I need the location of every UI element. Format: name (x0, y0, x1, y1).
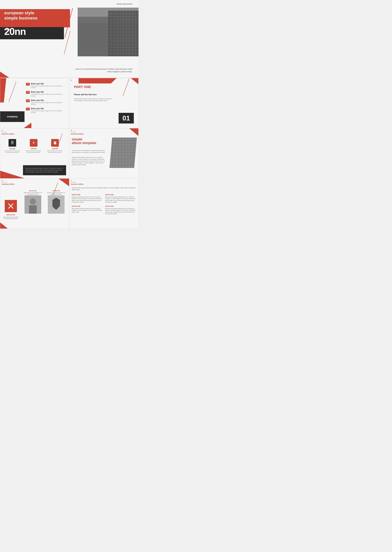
slide7-item4-desc: flying impression graphic design thank y… (105, 208, 136, 215)
slide2-item-3: 03 Enter your title Flying Impression gr… (26, 99, 67, 105)
slide3-big-num: 01 (123, 114, 130, 122)
slide4-icon-item-1: 🗄 add title please add your text descrip… (5, 139, 20, 153)
slide2-item1-title: Enter your title (31, 83, 67, 85)
slide2-red-left (0, 78, 6, 102)
slide3-big-number-box: 01 (119, 113, 134, 123)
slide7-item2-desc: flying impression graphic design thank y… (105, 196, 136, 203)
slide4-dark-text: flying impression graphic design thank y… (25, 167, 64, 173)
slide-2: 2 company 01 Enter your title Flying imp… (0, 78, 69, 128)
slide7-item2-title: add the title (105, 194, 136, 196)
slide6-item2-title: add the title (47, 190, 65, 191)
slide2-item3-content: Enter your title Flying Impression graph… (31, 99, 67, 105)
slide4-icon-box-1: 🗄 (8, 139, 16, 147)
slide2-item-4: 04 Enter your title Flying impression gr… (26, 107, 67, 113)
slide2-item2-content: Enter your title Flying impression graph… (31, 91, 67, 97)
slide2-items-list: 01 Enter your title Flying impression gr… (26, 83, 67, 116)
slide4-icon-title-3: add title (52, 148, 58, 149)
slide2-item2-num: 02 (26, 91, 30, 94)
slide2-item2-title: Enter your title (31, 91, 67, 93)
slide2-item1-desc: Flying impression graphic design thank y… (31, 85, 67, 88)
slide3-subtitle: Please add the title here (74, 93, 97, 96)
slide4-atmosphere: atmosphere (2, 131, 7, 133)
slide2-item4-content: Enter your title Flying impression graph… (31, 107, 67, 113)
slide7-atmosphere: atmosphere (71, 182, 77, 183)
slide7-item-3: add the title flying impression graphic … (72, 205, 103, 215)
slide4-business-label: business affairs (2, 133, 14, 135)
slide4-icon-desc-2: please add your text description to the … (26, 150, 41, 153)
svg-point-52 (30, 198, 36, 205)
slide6-corner-top-right (58, 179, 69, 186)
slide6-main-item-title: add the title (3, 214, 18, 216)
slide5-number: 5 (71, 130, 72, 131)
slide4-dark-text-box: flying impression graphic design thank y… (23, 165, 66, 175)
slide6-atmosphere: atmosphere (2, 182, 7, 183)
slide3-red-top (78, 78, 117, 84)
slide3-description: Flying impression graphic design thank y… (74, 98, 113, 102)
slide5-building-image (109, 137, 137, 168)
slide7-item1-title: add the title (72, 194, 103, 196)
slide5-main-title: simple album template (72, 137, 96, 145)
slide6-image-2 (48, 195, 64, 214)
slide6-image-1 (25, 195, 41, 214)
slide6-business-label: business affairs (2, 183, 14, 185)
slide2-item3-title: Enter your title (31, 99, 67, 101)
slides-row-4: 6 atmosphere business affairs add the ti… (0, 178, 139, 229)
slide-4: 4 atmosphere business affairs 🗄 add titl… (0, 128, 69, 178)
slide5-corner-decoration (129, 128, 138, 136)
slides-row-3: 4 atmosphere business affairs 🗄 add titl… (0, 128, 139, 178)
slide6-corner-bottom-left (0, 222, 8, 229)
slide7-business-label: business affairs (71, 183, 84, 185)
slide-5: 5 atmosphere business affairs simple alb… (69, 128, 139, 178)
slide4-icon-desc-1: please add your text description to the … (5, 150, 20, 153)
slide2-corner-decoration (24, 123, 31, 128)
slide7-intro-text: flying impression graphic design thank y… (72, 187, 136, 191)
slide1-image-bg (78, 8, 139, 56)
slide2-item4-desc: Flying impression graphic design thank y… (31, 110, 67, 113)
slide-6: 6 atmosphere business affairs add the ti… (0, 178, 69, 229)
slide7-item4-title: add the title (105, 205, 136, 207)
slide4-number: 4 (2, 130, 3, 131)
slides-row-2: 2 company 01 Enter your title Flying imp… (0, 78, 139, 128)
slide7-number: 7 (71, 180, 72, 182)
slide7-item3-desc: flying impression graphic design thank y… (72, 208, 103, 213)
slide7-item-4: add the title flying impression graphic … (105, 205, 136, 215)
slide3-part-label: PART ONE (74, 85, 91, 89)
slide2-item-1: 01 Enter your title Flying impression gr… (26, 83, 67, 88)
slide5-atmosphere: atmosphere (71, 131, 77, 133)
slide4-icons-row: 🗄 add title please add your text descrip… (5, 139, 63, 153)
slide4-icon-desc-3: please add your text description to the … (47, 150, 63, 153)
slide2-item3-num: 03 (26, 99, 30, 102)
slide6-main-item-desc: please add your text description to the … (3, 216, 18, 219)
slide4-icon-item-2: ✈ add title please add your text descrip… (26, 139, 41, 153)
slide-1: flying impressiona european style simple… (0, 0, 139, 78)
slide4-icon-box-3: 📋 (51, 139, 59, 147)
slide1-diagonal-2 (64, 31, 70, 54)
slide7-item1-desc: flying impression graphic design thank y… (72, 196, 103, 203)
slide7-item-1: add the title flying impression graphic … (72, 194, 103, 203)
slide6-item1-desc: please add your text description to the … (24, 192, 42, 195)
slide6-main-icon (5, 200, 17, 212)
slide-3: 3 PART ONE Please add the title here Fly… (69, 78, 139, 128)
slide4-red-corner (0, 171, 25, 178)
slide1-welcome-text: welcome to download the flying impressio… (75, 68, 133, 73)
slide2-item1-content: Enter your title Flying impression graph… (31, 83, 67, 88)
slide7-items-grid: add the title flying impression graphic … (72, 194, 136, 215)
slide2-item2-desc: Flying impression graphic design thank y… (31, 93, 67, 97)
slide1-flying-label: flying impressiona (117, 3, 133, 5)
slide1-year: 20nn (4, 26, 26, 37)
slide2-item-2: 02 Enter your title Flying impression gr… (26, 91, 67, 97)
slide4-icon-title-1: add title (9, 148, 15, 149)
slide7-item-2: add the title flying impression graphic … (105, 194, 136, 203)
svg-rect-53 (29, 205, 37, 214)
slide3-diagonal (123, 78, 129, 96)
slide2-dark-block: company (0, 111, 25, 122)
slide5-desc1: please add your text description to the … (72, 150, 107, 153)
slide3-number: 3 (71, 79, 72, 81)
slide4-icon-item-3: 📋 add title please add your text descrip… (47, 139, 63, 153)
slide2-diagonal (9, 82, 16, 102)
slide1-corner-decoration (0, 71, 9, 78)
slide-7: 7 atmosphere business affairs flying imp… (69, 178, 139, 229)
slide2-company-label: company (7, 115, 18, 118)
slide5-desc2: flying impression graphic design thank y… (72, 156, 107, 166)
slide2-item4-title: Enter your title (31, 107, 67, 110)
